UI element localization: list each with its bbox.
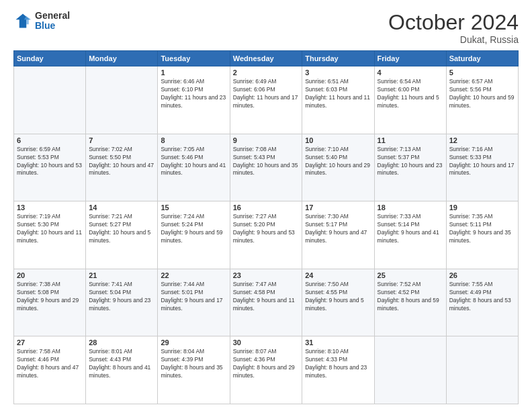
day-sunrise: Sunrise: 7:55 AMSunset: 4:49 PMDaylight:… [449, 281, 511, 312]
calendar-cell: 28 Sunrise: 8:01 AMSunset: 4:43 PMDaylig… [86, 336, 158, 404]
day-sunrise: Sunrise: 7:13 AMSunset: 5:37 PMDaylight:… [378, 146, 443, 177]
calendar-table: Sunday Monday Tuesday Wednesday Thursday… [13, 50, 519, 404]
day-sunrise: Sunrise: 6:59 AMSunset: 5:53 PMDaylight:… [17, 146, 82, 177]
day-number: 24 [305, 271, 371, 279]
header-row: Sunday Monday Tuesday Wednesday Thursday… [14, 51, 519, 66]
calendar-cell: 29 Sunrise: 8:04 AMSunset: 4:39 PMDaylig… [158, 336, 230, 404]
day-sunrise: Sunrise: 6:51 AMSunset: 6:03 PMDaylight:… [305, 78, 370, 109]
day-sunrise: Sunrise: 7:58 AMSunset: 4:46 PMDaylight:… [17, 348, 79, 379]
calendar-cell: 20 Sunrise: 7:38 AMSunset: 5:08 PMDaylig… [14, 269, 86, 336]
day-number: 7 [89, 136, 154, 144]
day-number: 30 [233, 338, 299, 347]
day-number: 21 [89, 271, 154, 279]
title-location: Dukat, Russia [388, 34, 519, 45]
calendar-cell: 15 Sunrise: 7:24 AMSunset: 5:24 PMDaylig… [158, 201, 230, 269]
calendar-cell: 4 Sunrise: 6:54 AMSunset: 6:00 PMDayligh… [374, 66, 446, 134]
day-number: 3 [305, 68, 371, 77]
week-row-3: 20 Sunrise: 7:38 AMSunset: 5:08 PMDaylig… [14, 269, 519, 336]
day-number: 29 [161, 338, 226, 347]
title-month: October 2024 [388, 11, 519, 34]
calendar-cell: 18 Sunrise: 7:33 AMSunset: 5:14 PMDaylig… [374, 201, 446, 269]
day-number: 28 [89, 338, 154, 347]
calendar-cell: 23 Sunrise: 7:47 AMSunset: 4:58 PMDaylig… [230, 269, 302, 336]
day-number: 4 [378, 68, 443, 77]
calendar-cell: 27 Sunrise: 7:58 AMSunset: 4:46 PMDaylig… [14, 336, 86, 404]
calendar-cell: 24 Sunrise: 7:50 AMSunset: 4:55 PMDaylig… [302, 269, 374, 336]
day-sunrise: Sunrise: 7:16 AMSunset: 5:33 PMDaylight:… [449, 146, 515, 177]
logo-blue: Blue [35, 21, 70, 31]
calendar-cell: 12 Sunrise: 7:16 AMSunset: 5:33 PMDaylig… [446, 134, 518, 201]
calendar-cell: 13 Sunrise: 7:19 AMSunset: 5:30 PMDaylig… [14, 201, 86, 269]
col-sunday: Sunday [14, 51, 86, 66]
day-number: 14 [89, 203, 154, 212]
calendar-cell [14, 66, 86, 134]
calendar-cell: 14 Sunrise: 7:21 AMSunset: 5:27 PMDaylig… [86, 201, 158, 269]
day-number: 12 [449, 136, 515, 144]
week-row-2: 13 Sunrise: 7:19 AMSunset: 5:30 PMDaylig… [14, 201, 519, 269]
day-number: 27 [17, 338, 83, 347]
day-number: 2 [233, 68, 299, 77]
col-friday: Friday [374, 51, 446, 66]
calendar-cell: 3 Sunrise: 6:51 AMSunset: 6:03 PMDayligh… [302, 66, 374, 134]
col-monday: Monday [86, 51, 158, 66]
week-row-4: 27 Sunrise: 7:58 AMSunset: 4:46 PMDaylig… [14, 336, 519, 404]
day-sunrise: Sunrise: 7:47 AMSunset: 4:58 PMDaylight:… [233, 281, 295, 312]
day-sunrise: Sunrise: 7:52 AMSunset: 4:52 PMDaylight:… [378, 281, 439, 312]
day-sunrise: Sunrise: 7:41 AMSunset: 5:04 PMDaylight:… [89, 281, 150, 312]
day-sunrise: Sunrise: 6:49 AMSunset: 6:06 PMDaylight:… [233, 78, 298, 109]
calendar-cell: 25 Sunrise: 7:52 AMSunset: 4:52 PMDaylig… [374, 269, 446, 336]
calendar-cell: 26 Sunrise: 7:55 AMSunset: 4:49 PMDaylig… [446, 269, 518, 336]
day-number: 6 [17, 136, 83, 144]
day-number: 11 [378, 136, 443, 144]
calendar-cell: 10 Sunrise: 7:10 AMSunset: 5:40 PMDaylig… [302, 134, 374, 201]
col-thursday: Thursday [302, 51, 374, 66]
day-number: 31 [305, 338, 371, 347]
calendar-cell: 22 Sunrise: 7:44 AMSunset: 5:01 PMDaylig… [158, 269, 230, 336]
day-number: 5 [449, 68, 515, 77]
calendar-cell [86, 66, 158, 134]
day-number: 19 [449, 203, 515, 212]
calendar-cell: 31 Sunrise: 8:10 AMSunset: 4:33 PMDaylig… [302, 336, 374, 404]
day-sunrise: Sunrise: 7:30 AMSunset: 5:17 PMDaylight:… [305, 213, 367, 244]
day-sunrise: Sunrise: 7:50 AMSunset: 4:55 PMDaylight:… [305, 281, 363, 312]
day-sunrise: Sunrise: 8:04 AMSunset: 4:39 PMDaylight:… [161, 348, 222, 379]
calendar-cell: 5 Sunrise: 6:57 AMSunset: 5:56 PMDayligh… [446, 66, 518, 134]
calendar-cell: 30 Sunrise: 8:07 AMSunset: 4:36 PMDaylig… [230, 336, 302, 404]
day-number: 23 [233, 271, 299, 279]
col-saturday: Saturday [446, 51, 518, 66]
calendar-cell: 8 Sunrise: 7:05 AMSunset: 5:46 PMDayligh… [158, 134, 230, 201]
day-sunrise: Sunrise: 7:10 AMSunset: 5:40 PMDaylight:… [305, 146, 370, 177]
day-sunrise: Sunrise: 7:38 AMSunset: 5:08 PMDaylight:… [17, 281, 79, 312]
day-sunrise: Sunrise: 6:46 AMSunset: 6:10 PMDaylight:… [161, 78, 226, 109]
calendar-cell: 16 Sunrise: 7:27 AMSunset: 5:20 PMDaylig… [230, 201, 302, 269]
day-sunrise: Sunrise: 6:54 AMSunset: 6:00 PMDaylight:… [378, 78, 439, 109]
day-sunrise: Sunrise: 8:10 AMSunset: 4:33 PMDaylight:… [305, 348, 367, 379]
week-row-0: 1 Sunrise: 6:46 AMSunset: 6:10 PMDayligh… [14, 66, 519, 134]
day-sunrise: Sunrise: 8:07 AMSunset: 4:36 PMDaylight:… [233, 348, 295, 379]
calendar-cell: 2 Sunrise: 6:49 AMSunset: 6:06 PMDayligh… [230, 66, 302, 134]
day-number: 17 [305, 203, 371, 212]
page: General Blue October 2024 Dukat, Russia … [0, 0, 532, 411]
day-sunrise: Sunrise: 7:35 AMSunset: 5:11 PMDaylight:… [449, 213, 511, 244]
calendar-cell: 11 Sunrise: 7:13 AMSunset: 5:37 PMDaylig… [374, 134, 446, 201]
calendar-cell [374, 336, 446, 404]
day-number: 22 [161, 271, 226, 279]
day-number: 8 [161, 136, 226, 144]
header: General Blue October 2024 Dukat, Russia [13, 11, 519, 45]
col-wednesday: Wednesday [230, 51, 302, 66]
logo-general: General [35, 11, 70, 21]
day-number: 10 [305, 136, 371, 144]
day-sunrise: Sunrise: 7:08 AMSunset: 5:43 PMDaylight:… [233, 146, 298, 177]
logo-text: General Blue [35, 11, 70, 32]
day-sunrise: Sunrise: 8:01 AMSunset: 4:43 PMDaylight:… [89, 348, 150, 379]
calendar-cell [446, 336, 518, 404]
day-sunrise: Sunrise: 7:02 AMSunset: 5:50 PMDaylight:… [89, 146, 154, 177]
day-sunrise: Sunrise: 7:05 AMSunset: 5:46 PMDaylight:… [161, 146, 226, 177]
calendar-cell: 7 Sunrise: 7:02 AMSunset: 5:50 PMDayligh… [86, 134, 158, 201]
calendar-cell: 1 Sunrise: 6:46 AMSunset: 6:10 PMDayligh… [158, 66, 230, 134]
logo-icon [13, 11, 32, 30]
calendar-cell: 17 Sunrise: 7:30 AMSunset: 5:17 PMDaylig… [302, 201, 374, 269]
calendar-cell: 9 Sunrise: 7:08 AMSunset: 5:43 PMDayligh… [230, 134, 302, 201]
day-number: 26 [449, 271, 515, 279]
col-tuesday: Tuesday [158, 51, 230, 66]
